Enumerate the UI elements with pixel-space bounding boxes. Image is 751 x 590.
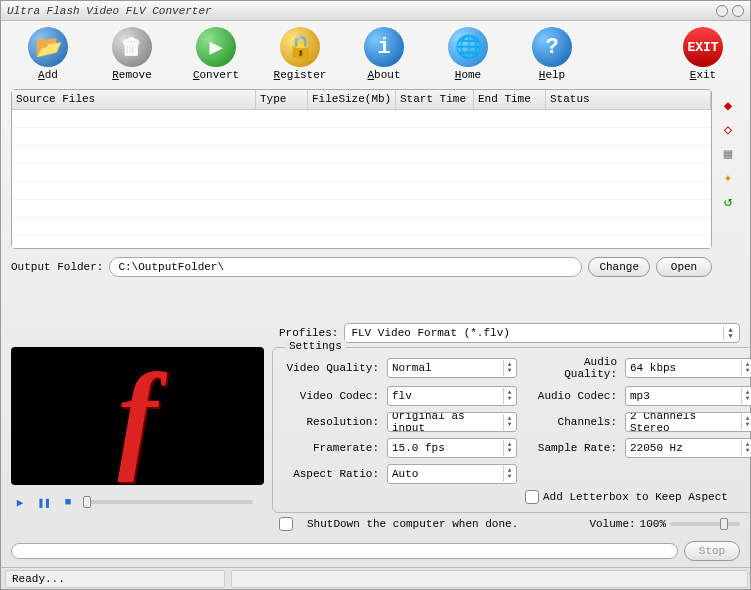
col-source[interactable]: Source Files — [12, 90, 256, 109]
col-type[interactable]: Type — [256, 90, 308, 109]
shutdown-checkbox[interactable] — [279, 517, 293, 531]
video-codec-select[interactable]: flv▲▼ — [387, 386, 517, 406]
seek-slider[interactable] — [83, 500, 253, 504]
sample-rate-select[interactable]: 22050 Hz▲▼ — [625, 438, 751, 458]
profiles-select[interactable]: FLV Video Format (*.flv)▲▼ — [344, 323, 740, 343]
audio-quality-select[interactable]: 64 kbps▲▼ — [625, 358, 751, 378]
volume-slider[interactable] — [670, 522, 740, 526]
help-button[interactable]: ?Help — [513, 25, 591, 83]
status-spacer — [231, 570, 748, 588]
grid-icon[interactable]: ▦ — [720, 145, 736, 161]
letterbox-checkbox[interactable] — [525, 490, 539, 504]
exit-button[interactable]: EXITExit — [664, 25, 742, 83]
home-button[interactable]: 🌐Home — [429, 25, 507, 83]
convert-button[interactable]: ▶Convert — [177, 25, 255, 83]
settings-icon[interactable]: ✦ — [720, 169, 736, 185]
stop-playback-button[interactable]: ■ — [59, 493, 77, 511]
framerate-select[interactable]: 15.0 fps▲▼ — [387, 438, 517, 458]
question-icon: ? — [532, 27, 572, 67]
output-folder-label: Output Folder: — [11, 261, 103, 273]
trash-icon: 🗑 — [112, 27, 152, 67]
app-window: Ultra Flash Video FLV Converter 📂Add 🗑Re… — [0, 0, 751, 590]
framerate-label: Framerate: — [279, 442, 379, 454]
resolution-select[interactable]: Original as input▲▼ — [387, 412, 517, 432]
add-file-icon[interactable]: ◆ — [720, 97, 736, 113]
letterbox-label: Add Letterbox to Keep Aspect — [543, 491, 728, 503]
aspect-select[interactable]: Auto▲▼ — [387, 464, 517, 484]
status-text: Ready... — [5, 570, 225, 588]
maximize-button[interactable] — [732, 5, 744, 17]
remove-file-icon[interactable]: ◇ — [720, 121, 736, 137]
volume-value: 100% — [640, 518, 666, 530]
remove-button[interactable]: 🗑Remove — [93, 25, 171, 83]
window-title: Ultra Flash Video FLV Converter — [7, 5, 712, 17]
shutdown-label: ShutDown the computer when done. — [307, 518, 518, 530]
add-button[interactable]: 📂Add — [9, 25, 87, 83]
exit-icon: EXIT — [683, 27, 723, 67]
main-toolbar: 📂Add 🗑Remove ▶Convert 🔒Register iAbout 🌐… — [1, 21, 750, 85]
column-headers: Source Files Type FileSize(Mb) Start Tim… — [12, 90, 711, 110]
folder-open-icon: 📂 — [28, 27, 68, 67]
volume-label: Volume: — [589, 518, 635, 530]
about-button[interactable]: iAbout — [345, 25, 423, 83]
file-rows[interactable] — [12, 110, 711, 248]
open-folder-button[interactable]: Open — [656, 257, 712, 277]
title-bar: Ultra Flash Video FLV Converter — [1, 1, 750, 21]
pause-button[interactable]: ❚❚ — [35, 493, 53, 511]
preview-area: f — [11, 347, 264, 485]
info-icon: i — [364, 27, 404, 67]
output-folder-input[interactable] — [109, 257, 582, 277]
audio-codec-select[interactable]: mp3▲▼ — [625, 386, 751, 406]
col-start[interactable]: Start Time — [396, 90, 474, 109]
lock-icon: 🔒 — [280, 27, 320, 67]
video-quality-label: Video Quality: — [279, 362, 379, 374]
col-end[interactable]: End Time — [474, 90, 546, 109]
sample-rate-label: Sample Rate: — [525, 442, 617, 454]
channels-select[interactable]: 2 Channels Stereo▲▼ — [625, 412, 751, 432]
play-icon: ▶ — [196, 27, 236, 67]
progress-bar — [11, 543, 678, 559]
video-quality-select[interactable]: Normal▲▼ — [387, 358, 517, 378]
audio-codec-label: Audio Codec: — [525, 390, 617, 402]
minimize-button[interactable] — [716, 5, 728, 17]
channels-label: Channels: — [525, 416, 617, 428]
aspect-label: Aspect Ratio: — [279, 468, 379, 480]
profiles-label: Profiles: — [279, 327, 338, 339]
settings-group: Settings Video Quality: Normal▲▼ Audio Q… — [272, 347, 751, 513]
change-folder-button[interactable]: Change — [588, 257, 650, 277]
col-filesize[interactable]: FileSize(Mb) — [308, 90, 396, 109]
source-files-list[interactable]: Source Files Type FileSize(Mb) Start Tim… — [11, 89, 712, 249]
video-codec-label: Video Codec: — [279, 390, 379, 402]
refresh-icon[interactable]: ↺ — [720, 193, 736, 209]
resolution-label: Resolution: — [279, 416, 379, 428]
register-button[interactable]: 🔒Register — [261, 25, 339, 83]
globe-icon: 🌐 — [448, 27, 488, 67]
stop-button[interactable]: Stop — [684, 541, 740, 561]
settings-legend: Settings — [285, 340, 346, 352]
col-status[interactable]: Status — [546, 90, 711, 109]
play-button[interactable]: ▶ — [11, 493, 29, 511]
audio-quality-label: Audio Quality: — [525, 356, 617, 380]
status-bar: Ready... — [1, 567, 750, 589]
flash-logo-icon: f — [118, 347, 158, 485]
